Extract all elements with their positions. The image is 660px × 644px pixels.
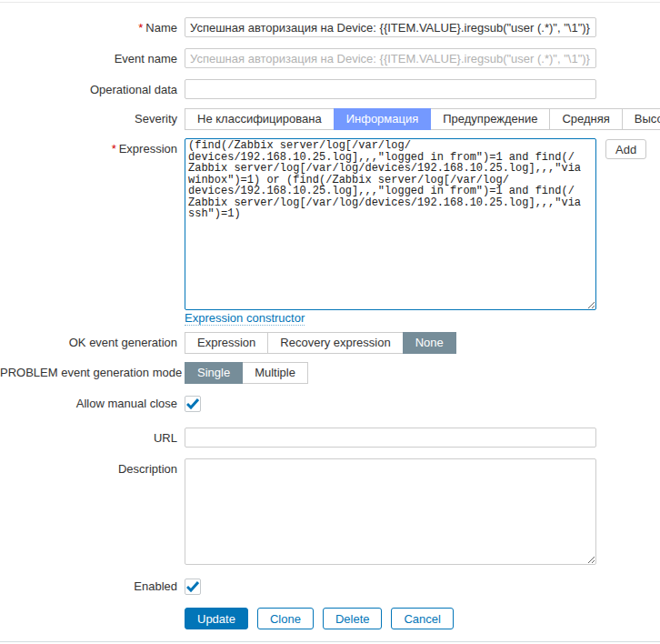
- ok-event-generation-row: OK event generation Expression Recovery …: [0, 332, 660, 354]
- checkmark-icon: [186, 581, 199, 592]
- description-row: Description: [0, 458, 660, 568]
- enabled-checkbox[interactable]: [185, 579, 201, 595]
- allow-manual-close-row: Allow manual close: [0, 395, 660, 415]
- event-name-input[interactable]: [185, 48, 596, 68]
- url-row: URL: [0, 428, 660, 448]
- allow-manual-close-checkbox[interactable]: [185, 396, 201, 412]
- severity-option-high[interactable]: Высокая: [622, 108, 660, 130]
- severity-group: Не классифицирована Информация Предупреж…: [185, 108, 660, 130]
- event-name-row: Event name: [0, 48, 660, 68]
- ok-option-recovery-expression[interactable]: Recovery expression: [267, 332, 403, 354]
- footer-actions: Update Clone Delete Cancel: [185, 608, 660, 629]
- expression-row: *Expression (find(/Zabbix server/log[/va…: [0, 138, 660, 310]
- allow-manual-close-label: Allow manual close: [0, 395, 177, 410]
- top-divider: [0, 2, 660, 3]
- required-asterisk: *: [138, 21, 143, 35]
- clone-button[interactable]: Clone: [257, 608, 314, 629]
- ok-option-expression[interactable]: Expression: [185, 332, 268, 354]
- expression-constructor-link[interactable]: Expression constructor: [185, 311, 305, 326]
- ok-event-generation-label: OK event generation: [0, 332, 177, 349]
- severity-option-information[interactable]: Информация: [334, 108, 432, 130]
- severity-row: Severity Не классифицирована Информация …: [0, 108, 660, 130]
- name-input[interactable]: [185, 17, 596, 37]
- url-label: URL: [0, 428, 177, 445]
- description-textarea[interactable]: [185, 458, 596, 565]
- bottom-divider: [0, 641, 660, 642]
- enabled-row: Enabled: [0, 578, 660, 598]
- operational-data-row: Operational data: [0, 79, 660, 99]
- delete-button[interactable]: Delete: [323, 608, 383, 629]
- name-label: *Name: [0, 17, 177, 35]
- severity-label: Severity: [0, 108, 177, 126]
- expression-label: *Expression: [0, 138, 177, 156]
- operational-data-input[interactable]: [185, 79, 596, 99]
- add-button[interactable]: Add: [605, 139, 646, 159]
- expression-textarea[interactable]: (find(/Zabbix server/log[/var/log/ devic…: [185, 138, 596, 310]
- description-label: Description: [0, 458, 177, 476]
- severity-option-average[interactable]: Средняя: [549, 108, 622, 130]
- url-input[interactable]: [185, 428, 596, 448]
- update-button[interactable]: Update: [185, 608, 248, 629]
- name-row: *Name: [0, 17, 660, 37]
- severity-option-not-classified[interactable]: Не классифицирована: [185, 108, 335, 130]
- operational-data-label: Operational data: [0, 79, 177, 96]
- ok-option-none[interactable]: None: [403, 332, 456, 354]
- trigger-form: *Name Event name Operational data Severi…: [0, 17, 660, 629]
- checkmark-icon: [186, 398, 199, 409]
- expression-constructor-row: Expression constructor: [0, 310, 660, 326]
- enabled-label: Enabled: [0, 578, 177, 593]
- cancel-button[interactable]: Cancel: [391, 608, 453, 629]
- severity-option-warning[interactable]: Предупреждение: [430, 108, 550, 130]
- event-name-label: Event name: [0, 48, 177, 65]
- problem-mode-option-single[interactable]: Single: [185, 362, 243, 384]
- problem-mode-group: Single Multiple: [185, 362, 308, 384]
- required-asterisk: *: [112, 142, 116, 156]
- problem-event-generation-mode-label: PROBLEM event generation mode: [0, 362, 177, 379]
- problem-mode-option-multiple[interactable]: Multiple: [242, 362, 308, 384]
- problem-event-generation-mode-row: PROBLEM event generation mode Single Mul…: [0, 362, 660, 384]
- ok-event-generation-group: Expression Recovery expression None: [185, 332, 456, 354]
